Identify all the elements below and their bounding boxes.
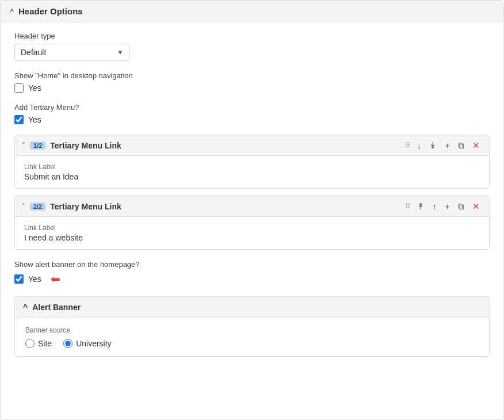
tertiary-item-2-header: ˅ 2/2 Tertiary Menu Link ⠿ ↟ ↑ + ⧉ ✕	[15, 196, 489, 217]
item2-badge: 2/2	[30, 203, 45, 211]
header-type-select-wrapper: Default Slim Mega ▼	[14, 44, 129, 61]
item1-body: Link Label Submit an Idea	[15, 156, 489, 188]
banner-source-label: Banner source	[25, 326, 479, 334]
item2-collapse-chevron[interactable]: ˅	[22, 203, 25, 210]
show-alert-banner-group: Show alert banner on the homepage? Yes ⬅	[14, 260, 490, 286]
item1-title: Tertiary Menu Link	[50, 141, 400, 150]
item1-actions: ⠿ ↓ ↡ + ⧉ ✕	[405, 140, 482, 151]
item2-add-button[interactable]: +	[442, 201, 452, 212]
item2-delete-button[interactable]: ✕	[470, 201, 482, 212]
radio-university[interactable]	[63, 339, 72, 348]
tertiary-item-2: ˅ 2/2 Tertiary Menu Link ⠿ ↟ ↑ + ⧉ ✕ Lin…	[14, 196, 490, 250]
item2-link-label-field: Link Label	[24, 224, 480, 232]
banner-source-radio-group: Site University	[25, 339, 479, 348]
add-tertiary-group: Add Tertiary Menu? Yes	[14, 103, 490, 124]
alert-banner-section: ^ Alert Banner Banner source Site Univer…	[14, 296, 490, 357]
show-alert-banner-checkbox-label: Yes	[28, 274, 41, 284]
panel-collapse-chevron[interactable]: ^	[10, 7, 14, 16]
radio-university-label: University	[76, 339, 111, 348]
alert-banner-body: Banner source Site University	[15, 318, 489, 356]
header-type-label: Header type	[14, 32, 490, 40]
alert-banner-chevron[interactable]: ^	[23, 303, 28, 312]
item1-move-down-button[interactable]: ↓	[415, 140, 424, 151]
item2-body: Link Label I need a website	[15, 217, 489, 249]
header-options-panel: ^ Header Options Header type Default Sli…	[0, 0, 504, 420]
alert-banner-title: Alert Banner	[32, 303, 81, 312]
item1-link-label-value: Submit an Idea	[24, 172, 480, 181]
panel-body: Header type Default Slim Mega ▼ Show "Ho…	[1, 22, 503, 366]
header-type-select[interactable]: Default Slim Mega	[14, 44, 129, 61]
alert-arrow-icon: ⬅	[51, 272, 60, 286]
show-home-checkbox-label: Yes	[28, 83, 41, 93]
add-tertiary-label: Add Tertiary Menu?	[14, 103, 490, 112]
item2-copy-button[interactable]: ⧉	[456, 201, 467, 212]
radio-option-site: Site	[25, 339, 52, 348]
tertiary-item-1-header: ˅ 1/2 Tertiary Menu Link ⠿ ↓ ↡ + ⧉ ✕	[15, 135, 489, 156]
add-tertiary-checkbox-row: Yes	[14, 115, 490, 124]
item1-delete-button[interactable]: ✕	[470, 140, 482, 151]
panel-header: ^ Header Options	[1, 1, 503, 22]
show-alert-banner-checkbox-row: Yes ⬅	[14, 272, 490, 286]
item1-collapse-chevron[interactable]: ˅	[22, 142, 25, 149]
item1-add-button[interactable]: +	[442, 140, 452, 151]
add-tertiary-checkbox-label: Yes	[28, 115, 41, 124]
item1-badge: 1/2	[30, 142, 45, 150]
radio-site-label: Site	[38, 339, 52, 348]
add-tertiary-checkbox[interactable]	[14, 115, 24, 124]
item1-move-bottom-button[interactable]: ↡	[427, 140, 439, 151]
item2-move-up-button[interactable]: ↑	[430, 201, 440, 212]
radio-option-university: University	[63, 339, 111, 348]
item1-link-label-field: Link Label	[24, 163, 480, 171]
radio-site[interactable]	[25, 339, 35, 348]
show-alert-banner-checkbox[interactable]	[14, 274, 24, 284]
show-home-group: Show "Home" in desktop navigation Yes	[14, 71, 490, 93]
show-home-checkbox[interactable]	[14, 83, 24, 93]
panel-title: Header Options	[18, 6, 83, 16]
item2-title: Tertiary Menu Link	[50, 202, 400, 211]
item2-move-top-button[interactable]: ↟	[415, 201, 427, 212]
header-type-group: Header type Default Slim Mega ▼	[14, 32, 490, 61]
show-home-checkbox-row: Yes	[14, 83, 490, 93]
show-home-label: Show "Home" in desktop navigation	[14, 71, 490, 80]
item2-actions: ⠿ ↟ ↑ + ⧉ ✕	[405, 201, 482, 212]
item1-drag-icon[interactable]: ⠿	[405, 141, 411, 150]
item2-link-label-value: I need a website	[24, 233, 480, 242]
alert-banner-header: ^ Alert Banner	[15, 297, 489, 318]
tertiary-item-1: ˅ 1/2 Tertiary Menu Link ⠿ ↓ ↡ + ⧉ ✕ Lin…	[14, 135, 490, 189]
item1-copy-button[interactable]: ⧉	[456, 140, 467, 151]
item2-drag-icon[interactable]: ⠿	[405, 202, 411, 211]
show-alert-banner-label: Show alert banner on the homepage?	[14, 260, 490, 269]
